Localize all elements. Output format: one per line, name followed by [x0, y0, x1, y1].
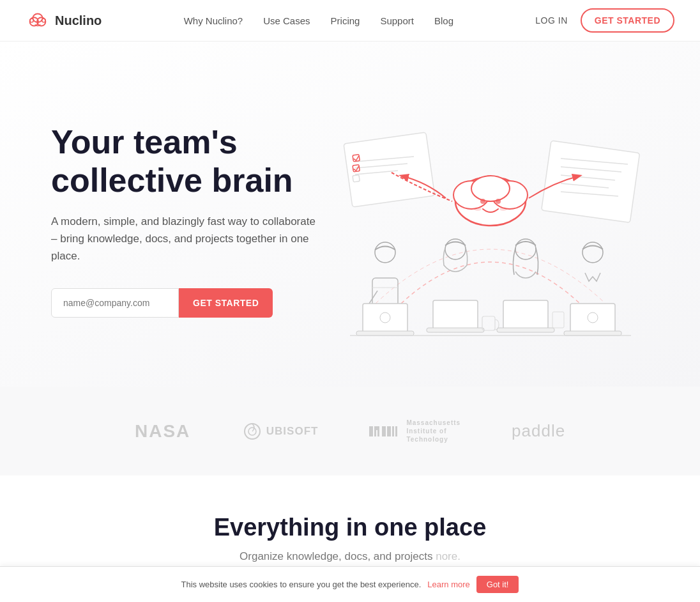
svg-rect-40 — [552, 312, 564, 328]
email-input[interactable] — [51, 288, 179, 318]
hero-illustration — [319, 86, 662, 355]
hero-cta-button[interactable]: GET STARTED — [179, 288, 273, 318]
svg-rect-53 — [382, 426, 386, 436]
svg-rect-36 — [482, 316, 495, 330]
ubisoft-icon — [243, 422, 261, 440]
hero-heading: Your team's collective brain — [51, 123, 319, 200]
brand-ubisoft: UBISOFT — [243, 422, 319, 440]
svg-rect-42 — [570, 304, 615, 332]
bottom-section: Everything in one place Organize knowled… — [0, 475, 700, 576]
svg-rect-43 — [564, 331, 621, 336]
svg-rect-34 — [433, 300, 478, 329]
svg-rect-39 — [497, 328, 554, 332]
svg-rect-30 — [363, 304, 407, 332]
svg-line-29 — [369, 291, 377, 304]
nav-blog[interactable]: Blog — [434, 15, 453, 26]
nav-support[interactable]: Support — [380, 15, 414, 26]
logo-text: Nuclino — [55, 13, 102, 28]
brands-section: NASA UBISOFT Massachusetts — [0, 387, 700, 475]
svg-rect-12 — [542, 141, 640, 222]
svg-rect-56 — [395, 426, 397, 436]
hero-content: Your team's collective brain A modern, s… — [51, 123, 319, 317]
hero-section: Your team's collective brain A modern, s… — [0, 42, 700, 387]
nav-cta-button[interactable]: GET STARTED — [581, 8, 674, 33]
nav-pricing[interactable]: Pricing — [331, 15, 360, 26]
ubisoft-label: UBISOFT — [266, 425, 319, 438]
nav-links: Why Nuclino? Use Cases Pricing Support B… — [184, 15, 453, 26]
hero-subtext: A modern, simple, and blazingly fast way… — [51, 213, 319, 265]
svg-point-21 — [471, 176, 510, 201]
svg-text:NASA: NASA — [135, 422, 190, 441]
svg-rect-49 — [369, 426, 373, 436]
svg-point-23 — [496, 199, 501, 204]
svg-rect-31 — [356, 331, 414, 336]
brand-nasa: NASA — [135, 422, 192, 441]
svg-point-25 — [499, 207, 507, 211]
logo[interactable]: Nuclino — [26, 8, 102, 33]
paddle-label: paddle — [512, 421, 565, 441]
cookie-banner: This website uses cookies to ensure you … — [0, 566, 700, 576]
nav-actions: LOG IN GET STARTED — [535, 8, 674, 33]
svg-point-26 — [375, 242, 395, 263]
svg-rect-54 — [387, 426, 391, 436]
bottom-subtext: Organize knowledge, docs, and projects n… — [26, 550, 674, 563]
navigation: Nuclino Why Nuclino? Use Cases Pricing S… — [0, 0, 700, 42]
bottom-subtext-truncated: nize knowledge, docs, and projects — [264, 550, 433, 562]
svg-point-22 — [480, 199, 485, 204]
svg-rect-55 — [392, 426, 394, 436]
bottom-heading: Everything in one place — [26, 514, 674, 541]
logo-icon — [26, 8, 50, 33]
brand-mit: Massachusetts Institute of Technology — [369, 419, 460, 444]
svg-rect-52 — [376, 426, 379, 430]
svg-rect-50 — [374, 426, 376, 436]
brand-paddle: paddle — [512, 421, 565, 441]
svg-rect-5 — [344, 132, 435, 207]
login-link[interactable]: LOG IN — [535, 15, 567, 26]
nav-why-nuclino[interactable]: Why Nuclino? — [184, 15, 243, 26]
svg-point-24 — [474, 207, 482, 211]
svg-rect-38 — [503, 300, 548, 329]
mit-icon — [369, 424, 401, 439]
hero-svg — [324, 93, 657, 348]
hero-form: GET STARTED — [51, 288, 319, 318]
svg-rect-35 — [427, 328, 484, 332]
nasa-logo: NASA — [135, 422, 192, 441]
nav-use-cases[interactable]: Use Cases — [263, 15, 310, 26]
